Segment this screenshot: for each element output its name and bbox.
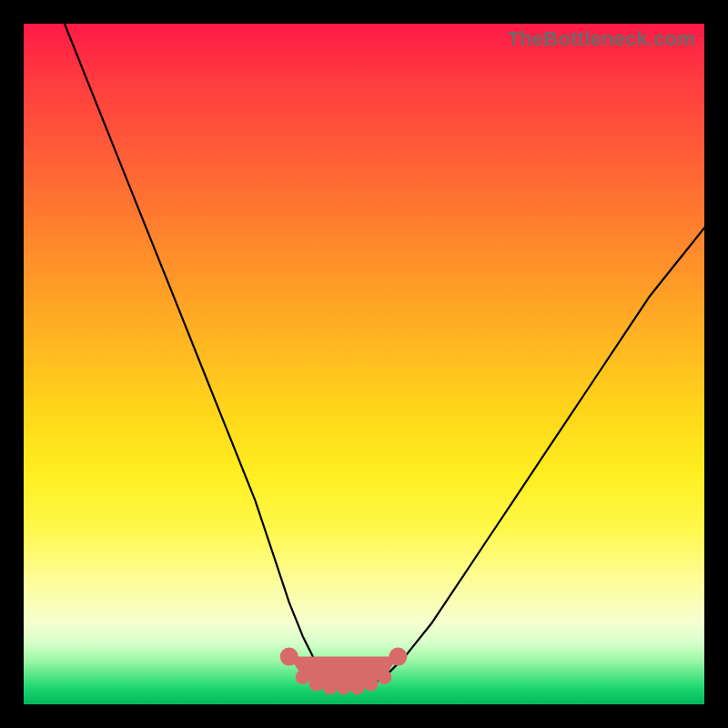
optimal-range-dot xyxy=(296,670,310,684)
bottleneck-curve xyxy=(65,24,704,684)
optimal-range-dot xyxy=(337,680,351,694)
optimal-range-dot xyxy=(364,677,379,692)
optimal-range-dot xyxy=(377,670,391,684)
optimal-range-dot xyxy=(309,677,324,692)
optimal-range-dot xyxy=(389,648,407,666)
optimal-range-markers xyxy=(280,648,408,695)
optimal-range-dot xyxy=(350,680,365,694)
outer-frame: TheBottleneck.com xyxy=(0,0,728,728)
plot-area: TheBottleneck.com xyxy=(24,24,704,704)
optimal-range-dot xyxy=(323,680,338,694)
curve-layer xyxy=(24,24,704,704)
optimal-range-dot xyxy=(280,648,298,666)
